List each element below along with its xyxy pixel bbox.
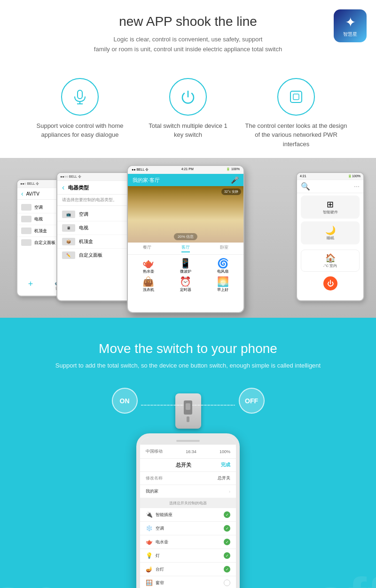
phone-main: ●● BELL 令 4:21 PM 🔋 100% 我的家·客厅 🎤 32°c 安… <box>127 165 244 313</box>
main-phone-topbar: 我的家·客厅 🎤 <box>128 174 243 186</box>
main-title: new APP shook the line <box>9 14 367 29</box>
appliance-item: 📱 微波炉 <box>168 258 203 274</box>
subtitle: Logic is clear, control is convenient, u… <box>9 35 367 55</box>
device-row-1: ❄️ 空调 ✓ <box>140 522 236 535</box>
section-header: 选择总开关控制的电器 <box>140 498 236 508</box>
check-4: ✓ <box>224 566 230 572</box>
app-logo: ✦ 智慧星 <box>334 9 367 42</box>
phone-title-bar: 总开关 完成 <box>140 459 236 472</box>
moon-mode: 🌙 睡眠 <box>301 221 360 244</box>
main-phone-header: ●● BELL 令 4:21 PM 🔋 100% <box>128 166 243 174</box>
feature-voice: Support voice control with home applianc… <box>28 78 132 140</box>
back-arrow-icon: ‹ <box>21 190 24 197</box>
blue-phone: 中国移动 16:34 100% 总开关 完成 修改名称 总开关 我的家 › <box>136 433 240 588</box>
device-row-3: 💡 灯 ✓ <box>140 549 236 563</box>
appliance-item: 🌀 电风扇 <box>205 258 241 274</box>
home-row: 我的家 › <box>140 485 236 498</box>
appliance-item: 👜 洗衣机 <box>131 276 166 292</box>
power-btn[interactable]: ⏻ <box>297 276 363 290</box>
device-row-2: 🫖 电水壶 ✓ <box>140 535 236 549</box>
phone-screen: 中国移动 16:34 100% 总开关 完成 修改名称 总开关 我的家 › <box>140 445 236 588</box>
blue-phone-container: 中国移动 16:34 100% 总开关 完成 修改名称 总开关 我的家 › <box>9 433 367 588</box>
room-image: 32°c 安静 20% 信息 <box>128 186 243 243</box>
phone-title: 电器类型 <box>68 184 89 191</box>
device-row-4: 🪔 台灯 ✓ <box>140 563 236 576</box>
switch-center <box>175 388 201 429</box>
left-carrier: ●●○○ BELL 令 <box>60 174 81 179</box>
appliance-item: 🫖 热水壶 <box>131 258 166 274</box>
plus-icon: + <box>28 279 33 289</box>
feature-control: The control center looks at the design o… <box>244 78 348 149</box>
feature-power: Total switch multiple device 1 key switc… <box>146 78 230 140</box>
device-row-5: 🪟 窗帘 <box>140 576 236 588</box>
svg-rect-4 <box>293 94 299 100</box>
check-3: ✓ <box>224 552 230 559</box>
appliance-grid: 🫖 热水壶 📱 微波炉 🌀 电风扇 👜 洗衣机 ⏰ 定时器 🌅 早上好 <box>128 255 243 295</box>
phone-notch <box>140 437 236 445</box>
svg-rect-0 <box>78 90 82 99</box>
right-phone-header: 4:21 🔋100% <box>297 173 363 180</box>
smart-hardware: ⊞ 智能硬件 <box>301 196 360 219</box>
device-row-0: 🔌 智能插座 ✓ <box>140 508 236 522</box>
check-1: ✓ <box>224 525 230 532</box>
app-logo-icon: ✦ <box>345 15 356 30</box>
back-arrow-icon: ‹ <box>62 183 64 192</box>
features-row: Support voice control with home applianc… <box>0 64 376 158</box>
feature-control-text: The control center looks at the design o… <box>244 121 348 149</box>
feature-voice-text: Support voice control with home applianc… <box>28 121 132 140</box>
power-icon <box>169 78 207 116</box>
feature-power-text: Total switch multiple device 1 key switc… <box>146 121 230 140</box>
blue-subtitle: Support to add the total switch, so the … <box>9 362 367 369</box>
screenshots-section: ●●○ BELL 令 4:21 PM ‹ AV/TV 空调 电视 机顶盒 自定义… <box>0 158 376 318</box>
phone-right: 4:21 🔋100% 🔍 ⋯ ⊞ 智能硬件 🌙 睡眠 🏠 -°C 室内 ⏻ <box>296 172 364 301</box>
temp-control: 🏠 -°C 室内 <box>301 250 360 272</box>
app-logo-label: 智慧星 <box>343 31 357 38</box>
blue-section: on off Move the switch to your phone Sup… <box>0 318 376 588</box>
control-icon <box>277 78 315 116</box>
svg-rect-3 <box>290 91 302 102</box>
check-2: ✓ <box>224 539 230 545</box>
microphone-icon <box>61 78 99 116</box>
appliance-item: 🌅 早上好 <box>205 276 241 292</box>
right-phone-topbar: 🔍 ⋯ <box>297 180 363 193</box>
blue-title: Move the switch to your phone <box>9 341 367 356</box>
search-icon: 🔍 <box>301 182 310 191</box>
far-left-carrier: ●●○ BELL 令 <box>20 181 39 186</box>
more-icon: ⋯ <box>354 183 360 190</box>
house-icon: 🏠 <box>304 253 356 263</box>
phone-status-bar: 中国移动 16:34 100% <box>140 445 236 459</box>
top-section: ✦ 智慧星 new APP shook the line Logic is cl… <box>0 0 376 64</box>
appliance-item: ⏰ 定时器 <box>168 276 203 292</box>
uncheck-5 <box>224 580 230 586</box>
name-row: 修改名称 总开关 <box>140 472 236 485</box>
room-tabs: 餐厅 客厅 卧室 <box>128 243 243 255</box>
check-0: ✓ <box>224 511 230 518</box>
mic-icon: 🎤 <box>231 176 239 184</box>
